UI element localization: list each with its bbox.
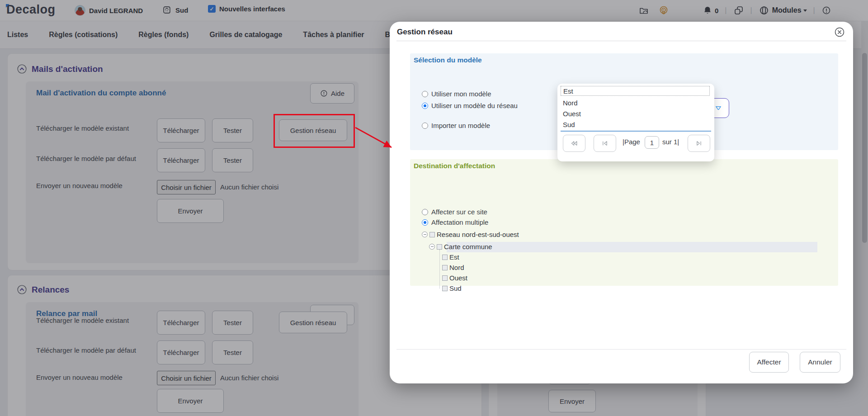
- affecter-button[interactable]: Affecter: [749, 352, 789, 373]
- button-label: Affecter: [757, 358, 781, 366]
- divider: [396, 41, 846, 41]
- section-heading: Sélection du modèle: [414, 56, 482, 64]
- tree-node-label: Sud: [449, 284, 462, 292]
- collapse-minus-icon[interactable]: [422, 232, 428, 237]
- checkbox-icon[interactable]: [442, 265, 448, 270]
- radio-label: Utiliser mon modèle: [431, 90, 491, 98]
- first-page-button[interactable]: [594, 135, 616, 152]
- radio-label: Utiliser un modèle du réseau: [431, 102, 518, 109]
- tree-guide-line: [439, 250, 440, 288]
- radio-icon[interactable]: [422, 91, 428, 97]
- page-prefix-label: |Page: [623, 138, 640, 146]
- radio-icon[interactable]: [422, 209, 428, 215]
- tree-leaf-ouest[interactable]: Ouest: [442, 274, 467, 282]
- radio-label: Affecter sur ce site: [431, 208, 487, 216]
- radio-importer-modele[interactable]: Importer un modèle: [422, 122, 490, 129]
- dropdown-option-sud[interactable]: Sud: [561, 119, 710, 129]
- gestion-reseau-modal: Gestion réseau Sélection du modèle Utili…: [390, 22, 853, 383]
- radio-icon[interactable]: [422, 123, 428, 129]
- radio-selected-icon[interactable]: [422, 219, 428, 226]
- button-label: Annuler: [808, 358, 832, 366]
- page-number-input[interactable]: [645, 136, 659, 149]
- tree-node-carte-commune[interactable]: Carte commune: [429, 243, 492, 251]
- tree-leaf-sud[interactable]: Sud: [442, 284, 462, 292]
- destination-section: Destination d'affectation Affecter sur c…: [410, 159, 838, 286]
- tree-node-label: Est: [449, 253, 459, 261]
- checkbox-icon[interactable]: [442, 255, 448, 260]
- screen: DDecalogecalog David LEGRAND Sud ✓ Nouve…: [0, 0, 868, 416]
- collapse-minus-icon[interactable]: [429, 244, 435, 250]
- page-suffix-label: sur 1|: [662, 138, 679, 146]
- divider: [561, 131, 711, 132]
- close-icon[interactable]: [834, 27, 845, 38]
- dropdown-option-est[interactable]: Est: [561, 86, 710, 96]
- tree-leaf-nord[interactable]: Nord: [442, 264, 464, 271]
- checkbox-icon[interactable]: [429, 232, 435, 237]
- divider: [396, 349, 846, 350]
- tree-node-label: Reseau nord-est-sud-ouest: [437, 231, 519, 238]
- last-page-button[interactable]: [688, 135, 710, 152]
- tree-node-label: Carte commune: [444, 243, 492, 251]
- dropdown-option-ouest[interactable]: Ouest: [561, 109, 710, 118]
- radio-affectation-multiple[interactable]: Affectation multiple: [422, 218, 488, 226]
- model-dropdown-panel: Est Nord Ouest Sud |Page sur 1|: [557, 84, 714, 161]
- tree-node-label: Ouest: [449, 274, 467, 282]
- checkbox-icon[interactable]: [442, 275, 448, 281]
- radio-label: Importer un modèle: [431, 122, 490, 129]
- tree-node-reseau[interactable]: Reseau nord-est-sud-ouest: [422, 231, 519, 238]
- annuler-button[interactable]: Annuler: [800, 352, 840, 373]
- radio-label: Affectation multiple: [431, 218, 488, 226]
- section-heading: Destination d'affectation: [414, 162, 495, 170]
- radio-affecter-site[interactable]: Affecter sur ce site: [422, 208, 487, 216]
- radio-utiliser-mon-modele[interactable]: Utiliser mon modèle: [422, 90, 491, 98]
- annotation-arrow: [352, 121, 401, 155]
- tree-node-label: Nord: [449, 264, 464, 271]
- annotation-highlight-box: [274, 114, 355, 148]
- modal-title: Gestion réseau: [397, 28, 453, 37]
- radio-utiliser-modele-reseau[interactable]: Utiliser un modèle du réseau: [422, 102, 518, 109]
- checkbox-icon[interactable]: [437, 244, 442, 250]
- dropdown-option-nord[interactable]: Nord: [561, 98, 710, 108]
- tree-leaf-est[interactable]: Est: [442, 253, 459, 261]
- checkbox-icon[interactable]: [442, 286, 448, 291]
- dropdown-arrow-icon[interactable]: [714, 104, 722, 114]
- rewind-page-button[interactable]: [563, 135, 585, 152]
- radio-selected-icon[interactable]: [422, 103, 428, 109]
- selected-tree-row-highlight: [447, 242, 817, 252]
